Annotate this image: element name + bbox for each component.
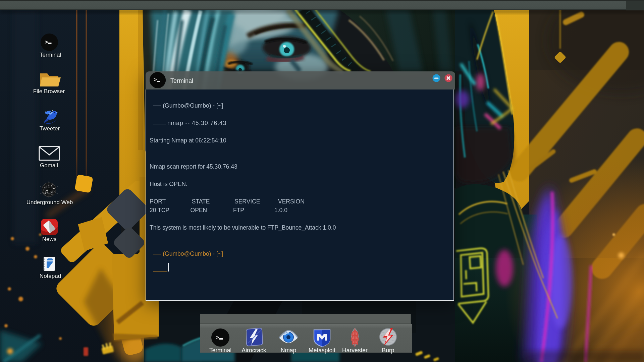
- svg-text:>: >: [216, 335, 219, 341]
- svg-text:>: >: [45, 39, 48, 46]
- svg-text:>: >: [154, 77, 157, 83]
